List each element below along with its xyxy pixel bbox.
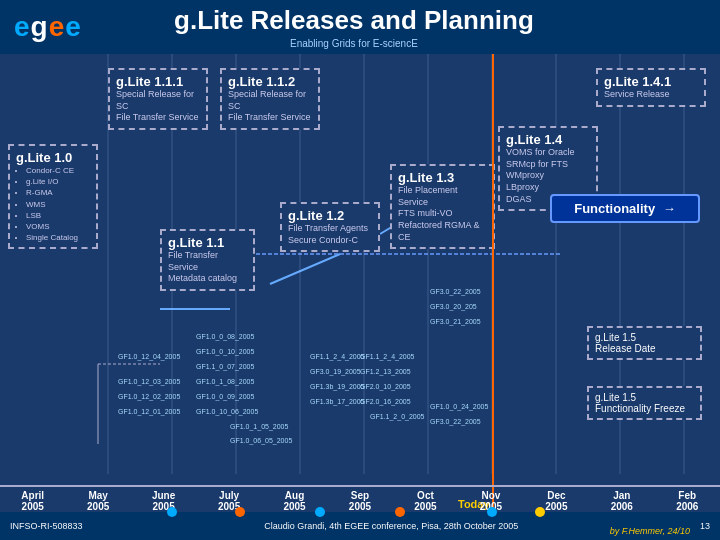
release-title-14: g.Lite 1.4 bbox=[506, 132, 590, 147]
release-box-10: g.Lite 1.0 Condor-C CE g.Lite I/O R-GMA … bbox=[8, 144, 98, 249]
today-marker bbox=[492, 54, 494, 512]
month-april: April2005 bbox=[0, 487, 65, 512]
month-july: July2005 bbox=[196, 487, 261, 512]
month-may: May2005 bbox=[65, 487, 130, 512]
pr-label-15: GF1.3b_19_2005 bbox=[310, 383, 365, 390]
pr-label-8: GF1.0_1_08_2005 bbox=[196, 378, 254, 385]
release-box-15b: g.Lite 1.5 Functionality Freeze bbox=[587, 386, 702, 420]
release-title-10: g.Lite 1.0 bbox=[16, 150, 90, 165]
release-sub3-13: Refactored RGMA & CE bbox=[398, 220, 487, 243]
tl-dot-2 bbox=[235, 507, 245, 517]
release-box-111: g.Lite 1.1.1 Special Release for SC File… bbox=[108, 68, 208, 130]
pr-label-19: GF2.0_10_2005 bbox=[360, 383, 411, 390]
release-sub3-11: Metadata catalog bbox=[168, 273, 247, 285]
month-jan: Jan2006 bbox=[589, 487, 654, 512]
months-bar: April2005 May2005 June2005 July2005 Aug2… bbox=[0, 485, 720, 512]
release-title-13: g.Lite 1.3 bbox=[398, 170, 487, 185]
release-box-11: g.Lite 1.1 File Transfer Service Metadat… bbox=[160, 229, 255, 291]
release-sub1-15b: Functionality Freeze bbox=[595, 403, 694, 414]
month-june: June2005 bbox=[131, 487, 196, 512]
footer-center: Claudio Grandi, 4th EGEE conference, Pis… bbox=[93, 521, 690, 531]
pr-label-6: GF1.0_0_10_2005 bbox=[196, 348, 254, 355]
month-sep: Sep2005 bbox=[327, 487, 392, 512]
release-box-112: g.Lite 1.1.2 Special Release for SC File… bbox=[220, 68, 320, 130]
tl-dot-5 bbox=[487, 507, 497, 517]
footer-left: INFSO-RI-508833 bbox=[10, 521, 83, 531]
pr-label-2: GF1.0_12_03_2005 bbox=[118, 378, 180, 385]
pr-label-23: GF3.0_20_205 bbox=[430, 303, 477, 310]
release-sub2-111: File Transfer Service bbox=[116, 112, 200, 124]
header-subtitle: Enabling Grids for E-sciencE bbox=[290, 38, 418, 49]
pr-label-25: GF1.0_0_24_2005 bbox=[430, 403, 488, 410]
egee-logo: egee bbox=[14, 11, 82, 43]
release-title-111: g.Lite 1.1.1 bbox=[116, 74, 200, 89]
svg-line-3 bbox=[270, 254, 340, 284]
release-sub2-13: FTS multi-VO bbox=[398, 208, 487, 220]
release-title-11: g.Lite 1.1 bbox=[168, 235, 247, 250]
pr-label-14: GF3.0_19_2005 bbox=[310, 368, 361, 375]
tl-dot-1 bbox=[167, 507, 177, 517]
pr-label-9: GF1.0_0_09_2005 bbox=[196, 393, 254, 400]
pr-label-4: GF1.0_12_01_2005 bbox=[118, 408, 180, 415]
release-sub1-12: File Transfer Agents bbox=[288, 223, 372, 235]
footer-right: 13 bbox=[700, 521, 710, 531]
release-sub3-14: WMproxy bbox=[506, 170, 590, 182]
functionality-bar: Functionality → bbox=[550, 194, 700, 223]
pr-label-20: GF2.0_16_2005 bbox=[360, 398, 411, 405]
release-sub2-12: Secure Condor-C bbox=[288, 235, 372, 247]
pr-label-1: GF1.0_12_04_2005 bbox=[118, 353, 180, 360]
main-area: g.Lite 1.0 Condor-C CE g.Lite I/O R-GMA … bbox=[0, 54, 720, 540]
release-box-15: g.Lite 1.5 Release Date bbox=[587, 326, 702, 360]
release-sub4-14: LBproxy bbox=[506, 182, 590, 194]
release-sub1-15: Release Date bbox=[595, 343, 694, 354]
pr-label-11: GF1.0_1_05_2005 bbox=[230, 423, 288, 430]
header: egee g.Lite Releases and Planning Enabli… bbox=[0, 0, 720, 54]
release-sub2-11: Service bbox=[168, 262, 247, 274]
release-sub2-14: SRMcp for FTS bbox=[506, 159, 590, 171]
month-dec: Dec2005 bbox=[524, 487, 589, 512]
pr-label-21: GF1.1_2_0_2005 bbox=[370, 413, 425, 420]
pr-label-3: GF1.0_12_02_2005 bbox=[118, 393, 180, 400]
pr-label-26: GF3.0_22_2005 bbox=[430, 418, 481, 425]
release-title-112: g.Lite 1.1.2 bbox=[228, 74, 312, 89]
pr-label-18: GF1.2_13_2005 bbox=[360, 368, 411, 375]
release-items-10: Condor-C CE g.Lite I/O R-GMA WMS LSB VOM… bbox=[16, 165, 90, 243]
logo-text: egee bbox=[14, 11, 82, 43]
pr-label-5: GF1.0_0_08_2005 bbox=[196, 333, 254, 340]
month-feb: Feb2006 bbox=[655, 487, 720, 512]
release-title-141: g.Lite 1.4.1 bbox=[604, 74, 698, 89]
release-sub1-14: VOMS for Oracle bbox=[506, 147, 590, 159]
pr-label-13: GF1.1_2_4_2005 bbox=[310, 353, 365, 360]
pr-label-17: GF1.1_2_4_2005 bbox=[360, 353, 415, 360]
release-sub2-112: File Transfer Service bbox=[228, 112, 312, 124]
pr-label-10: GF1.0_10_06_2005 bbox=[196, 408, 258, 415]
release-title-12: g.Lite 1.2 bbox=[288, 208, 372, 223]
functionality-label: Functionality bbox=[574, 201, 655, 216]
pr-label-16: GF1.3b_17_2005 bbox=[310, 398, 365, 405]
release-box-12: g.Lite 1.2 File Transfer Agents Secure C… bbox=[280, 202, 380, 252]
release-title-15: g.Lite 1.5 bbox=[595, 332, 694, 343]
release-sub1-13: File Placement Service bbox=[398, 185, 487, 208]
tl-dot-3 bbox=[315, 507, 325, 517]
tl-dot-6 bbox=[535, 507, 545, 517]
author-note: by F.Hemmer, 24/10 bbox=[610, 526, 690, 536]
pr-label-22: GF3.0_22_2005 bbox=[430, 288, 481, 295]
release-sub1-141: Service Release bbox=[604, 89, 698, 101]
release-sub1-111: Special Release for SC bbox=[116, 89, 200, 112]
tl-dot-4 bbox=[395, 507, 405, 517]
pr-label-24: GF3.0_21_2005 bbox=[430, 318, 481, 325]
arrow-right-icon: → bbox=[663, 201, 676, 216]
release-sub1-11: File Transfer bbox=[168, 250, 247, 262]
page-title: g.Lite Releases and Planning bbox=[174, 5, 534, 36]
release-title-15b: g.Lite 1.5 bbox=[595, 392, 694, 403]
pr-label-7: GF1.1_0_07_2005 bbox=[196, 363, 254, 370]
release-box-141: g.Lite 1.4.1 Service Release bbox=[596, 68, 706, 107]
pr-label-12: GF1.0_06_05_2005 bbox=[230, 437, 292, 444]
release-sub1-112: Special Release for SC bbox=[228, 89, 312, 112]
release-box-13: g.Lite 1.3 File Placement Service FTS mu… bbox=[390, 164, 495, 249]
